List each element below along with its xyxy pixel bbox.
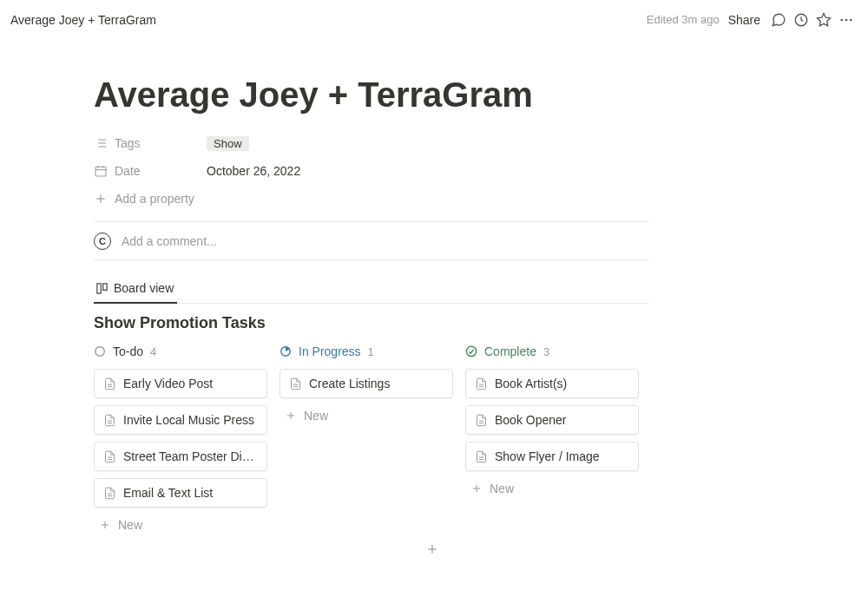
more-icon[interactable]	[835, 9, 858, 31]
column-header-todo[interactable]: To-do 4	[94, 341, 267, 362]
updates-icon[interactable]	[790, 9, 812, 31]
avatar: C	[94, 233, 111, 250]
svg-point-19	[95, 347, 105, 357]
status-todo-icon	[94, 345, 106, 357]
card[interactable]: Create Listings	[279, 369, 453, 398]
page-icon	[289, 377, 302, 390]
column-inprogress: In Progress 1 Create Listings New	[279, 341, 453, 535]
topbar: Average Joey + TerraGram Edited 3m ago S…	[0, 0, 868, 39]
edited-time: Edited 3m ago	[647, 13, 720, 26]
calendar-icon	[94, 164, 108, 178]
view-tabs: Board view	[94, 276, 649, 304]
page-icon	[475, 377, 488, 390]
svg-point-3	[845, 18, 848, 21]
page-icon	[103, 414, 116, 427]
card[interactable]: Email & Text List	[94, 478, 267, 508]
column-todo: To-do 4 Early Video Post Invite Local Mu…	[94, 341, 267, 535]
page-icon	[475, 450, 488, 463]
card[interactable]: Show Flyer / Image	[465, 442, 639, 471]
property-tags[interactable]: Tags Show	[94, 129, 649, 157]
page-icon	[103, 377, 116, 390]
comments-icon[interactable]	[767, 9, 790, 31]
property-date[interactable]: Date October 26, 2022	[94, 157, 649, 185]
svg-marker-1	[818, 13, 831, 25]
new-card-button[interactable]: New	[279, 405, 453, 426]
status-inprogress-icon	[279, 345, 292, 357]
new-card-button[interactable]: New	[94, 515, 267, 535]
card[interactable]: Early Video Post	[94, 369, 267, 398]
database-title[interactable]: Show Promotion Tasks	[94, 314, 649, 332]
card[interactable]: Book Opener	[465, 405, 639, 435]
plus-icon	[285, 410, 297, 422]
breadcrumb-title[interactable]: Average Joey + TerraGram	[10, 13, 156, 27]
card[interactable]: Invite Local Music Press	[94, 405, 267, 435]
add-block-button[interactable]	[425, 542, 439, 560]
date-value[interactable]: October 26, 2022	[207, 164, 300, 178]
card[interactable]: Book Artist(s)	[465, 369, 639, 398]
column-complete: Complete 3 Book Artist(s) Book Opener Sh…	[465, 341, 639, 535]
board-icon	[95, 282, 108, 295]
svg-point-4	[850, 18, 852, 21]
property-tags-label: Tags	[94, 136, 207, 150]
favorite-icon[interactable]	[812, 9, 835, 31]
plus-icon	[99, 519, 111, 531]
board: To-do 4 Early Video Post Invite Local Mu…	[94, 341, 649, 535]
comment-placeholder: Add a comment...	[122, 234, 217, 248]
svg-rect-11	[95, 167, 106, 176]
column-header-complete[interactable]: Complete 3	[465, 341, 639, 362]
page-title[interactable]: Average Joey + TerraGram	[94, 74, 649, 115]
list-icon	[94, 136, 108, 150]
add-comment-row[interactable]: C Add a comment...	[94, 222, 649, 260]
tab-board-view[interactable]: Board view	[94, 276, 177, 304]
svg-rect-18	[103, 283, 107, 290]
page-icon	[475, 414, 488, 427]
add-property-button[interactable]: Add a property	[94, 185, 649, 213]
plus-icon	[94, 192, 108, 206]
svg-rect-17	[97, 283, 101, 292]
card[interactable]: Street Team Poster Distribution	[94, 442, 267, 471]
status-complete-icon	[465, 345, 477, 357]
page-icon	[103, 487, 116, 500]
new-card-button[interactable]: New	[465, 478, 639, 499]
plus-icon	[425, 542, 439, 556]
tag-chip[interactable]: Show	[207, 136, 249, 151]
column-header-inprogress[interactable]: In Progress 1	[279, 341, 453, 362]
plus-icon	[470, 482, 483, 495]
share-button[interactable]: Share	[728, 13, 760, 27]
property-date-label: Date	[94, 164, 207, 178]
svg-point-2	[840, 18, 843, 21]
page-icon	[103, 450, 116, 463]
